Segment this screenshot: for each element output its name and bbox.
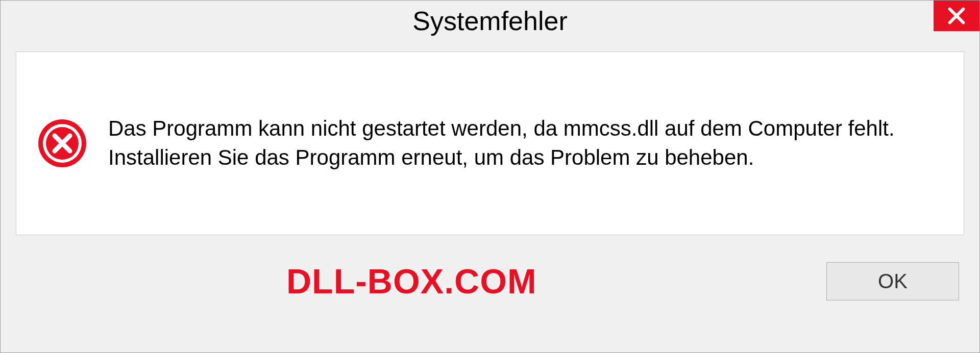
ok-button-label: OK xyxy=(878,270,908,293)
error-icon xyxy=(37,118,88,169)
dialog-title: Systemfehler xyxy=(412,6,567,36)
close-button[interactable] xyxy=(934,1,979,31)
watermark-text: DLL-BOX.COM xyxy=(286,261,537,301)
error-dialog: Systemfehler Das Programm kann nicht ges… xyxy=(0,0,980,353)
button-row: DLL-BOX.COM OK xyxy=(1,235,979,327)
dialog-content: Das Programm kann nicht gestartet werden… xyxy=(16,52,964,235)
title-bar: Systemfehler xyxy=(1,1,979,41)
error-message: Das Programm kann nicht gestartet werden… xyxy=(108,114,943,172)
ok-button[interactable]: OK xyxy=(826,262,959,300)
close-icon xyxy=(946,6,967,26)
